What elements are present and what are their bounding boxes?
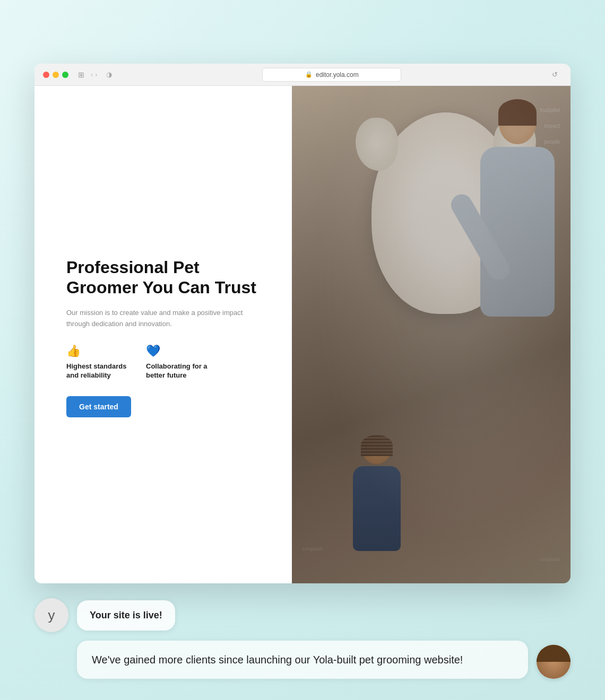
thumbs-up-icon: 👍: [66, 344, 130, 358]
url-text: editor.yola.com: [316, 71, 359, 78]
hero-image-bg: trustpilot impact people Unsplash Unspla…: [292, 86, 571, 583]
photo-overlay: [292, 86, 571, 583]
yola-avatar: y: [34, 598, 68, 632]
chat-bubble-2-text: We've gained more clients since launchin…: [92, 654, 463, 666]
traffic-lights: [43, 72, 68, 78]
security-icon: ◑: [106, 71, 112, 78]
close-button[interactable]: [43, 72, 49, 78]
website-content: Professional Pet Groomer You Can Trust O…: [34, 86, 571, 583]
avatar-face: [537, 645, 571, 679]
feature-standards-label: Highest standards and reliability: [66, 362, 130, 380]
heart-icon: 💙: [146, 344, 210, 358]
avatar-hair: [537, 645, 571, 662]
website-hero-left: Professional Pet Groomer You Can Trust O…: [34, 86, 292, 583]
feature-standards: 👍 Highest standards and reliability: [66, 344, 130, 380]
chat-row-2: We've gained more clients since launchin…: [34, 641, 571, 679]
minimize-button[interactable]: [53, 72, 59, 78]
chat-bubble-1: Your site is live!: [77, 600, 175, 631]
browser-toolbar: ⊞ ‹ › ◑ 🔒 editor.yola.com ↺: [34, 64, 571, 86]
feature-collaboration-label: Collaborating for a better future: [146, 362, 210, 380]
hero-subtitle: Our mission is to create value and make …: [66, 308, 265, 330]
feature-collaboration: 💙 Collaborating for a better future: [146, 344, 210, 380]
maximize-button[interactable]: [62, 72, 68, 78]
website-hero-right: trustpilot impact people Unsplash Unspla…: [292, 86, 571, 583]
reload-button[interactable]: ↺: [552, 71, 558, 78]
chat-row-1: y Your site is live!: [34, 598, 571, 632]
nav-arrows: ‹ ›: [91, 71, 98, 78]
forward-button[interactable]: ›: [95, 71, 97, 78]
sidebar-toggle-icon[interactable]: ⊞: [78, 71, 84, 79]
address-bar[interactable]: 🔒 editor.yola.com: [262, 68, 401, 82]
chat-bubble-1-text: Your site is live!: [90, 610, 162, 620]
chat-bubble-2: We've gained more clients since launchin…: [77, 641, 528, 679]
back-button[interactable]: ‹: [91, 71, 93, 78]
lock-icon: 🔒: [305, 71, 313, 78]
user-avatar: [537, 645, 571, 679]
features-row: 👍 Highest standards and reliability 💙 Co…: [66, 344, 265, 380]
get-started-button[interactable]: Get started: [66, 396, 131, 417]
hero-title: Professional Pet Groomer You Can Trust: [66, 257, 265, 298]
browser-window: ⊞ ‹ › ◑ 🔒 editor.yola.com ↺ Professional…: [34, 64, 571, 583]
yola-avatar-letter: y: [48, 607, 55, 624]
chat-section: y Your site is live! We've gained more c…: [34, 598, 571, 679]
